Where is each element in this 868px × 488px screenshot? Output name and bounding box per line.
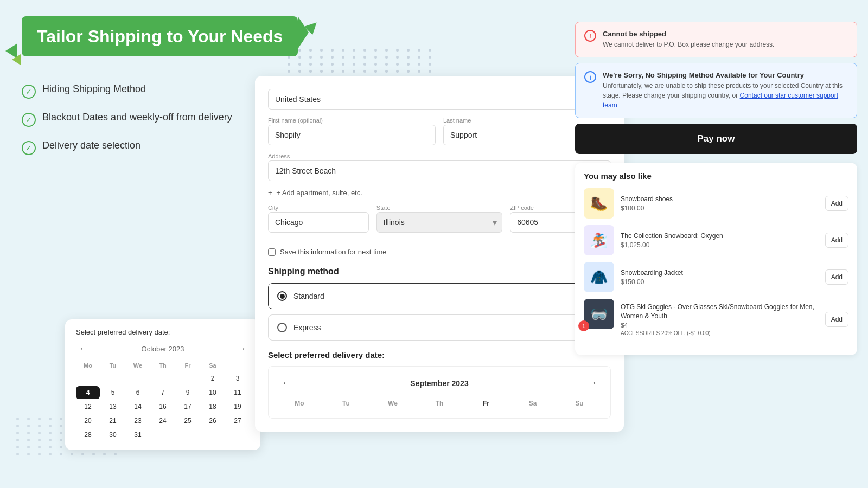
country-input[interactable] (268, 89, 611, 110)
add-jacket-button[interactable]: Add (825, 269, 848, 285)
city-input[interactable] (268, 212, 369, 233)
address-field: Address (268, 153, 611, 181)
state-select-wrapper: Illinois (376, 212, 502, 233)
delivery-cal-th: Th (417, 397, 462, 409)
delivery-cal-mo: Mo (277, 397, 322, 409)
city-label: City (268, 204, 369, 211)
product-row-shoes: 🥾 Snowboard shoes $100.00 Add (584, 188, 848, 219)
first-name-input[interactable] (268, 125, 436, 145)
small-calendar-next[interactable]: → (234, 343, 250, 355)
info-text: Unfortunately, we are unable to ship the… (603, 81, 848, 110)
small-calendar-grid: Mo Tu We Th Fr Sa 2 3 4 5 6 7 9 10 11 12… (76, 360, 250, 441)
small-cal-day-16[interactable]: 16 (151, 400, 175, 413)
product-row-snowboard: 🏂 The Collection Snowboard: Oxygen $1,02… (584, 225, 848, 255)
error-content: Cannot be shipped We cannot deliver to P… (603, 30, 774, 49)
small-cal-header-we: We (126, 360, 150, 371)
small-cal-day-24[interactable]: 24 (151, 414, 175, 427)
small-cal-day-28[interactable]: 28 (76, 428, 100, 441)
info-icon: i (584, 71, 596, 83)
small-calendar-prev[interactable]: ← (76, 343, 91, 355)
first-name-field: First name (optional) (268, 117, 436, 145)
check-icon-delivery: ✓ (22, 141, 36, 155)
small-cal-day-7[interactable]: 7 (151, 386, 175, 399)
small-cal-day-18[interactable]: 18 (201, 400, 225, 413)
add-apartment-link[interactable]: + + Add apartment, suite, etc. (268, 189, 611, 197)
info-content: We're Sorry, No Shipping Method Availabl… (603, 71, 848, 110)
small-cal-day-5[interactable]: 5 (101, 386, 125, 399)
goggles-badge: 1 (578, 320, 589, 331)
small-cal-day (226, 428, 250, 441)
small-cal-day (176, 428, 200, 441)
small-cal-day-10[interactable]: 10 (201, 386, 225, 399)
address-label: Address (268, 153, 611, 159)
delivery-cal-su: Su (557, 397, 602, 409)
radio-express (277, 323, 287, 332)
goggles-thumb-wrapper: 🥽 1 (584, 299, 614, 340)
state-select[interactable]: Illinois (376, 212, 502, 233)
small-cal-day-23[interactable]: 23 (126, 414, 150, 427)
small-cal-header-sa: Sa (201, 360, 225, 371)
add-shoes-button[interactable]: Add (825, 196, 848, 211)
save-info-checkbox[interactable] (268, 248, 276, 256)
small-cal-day-13[interactable]: 13 (101, 400, 125, 413)
product-price-snowboard: $1,025.00 (621, 241, 819, 249)
shipping-option-standard[interactable]: Standard Free (268, 283, 611, 309)
product-price-goggles: $4 (621, 322, 819, 329)
product-thumb-jacket: 🧥 (584, 262, 614, 292)
small-cal-day-11[interactable]: 11 (226, 386, 250, 399)
small-cal-day-25[interactable]: 25 (176, 414, 200, 427)
info-alert: i We're Sorry, No Shipping Method Availa… (575, 63, 857, 118)
product-name-goggles: OTG Ski Goggles - Over Glasses Ski/Snowb… (621, 303, 819, 321)
header-banner: Tailor Shipping to Your Needs (22, 16, 298, 56)
small-cal-day-3[interactable]: 3 (226, 372, 250, 385)
product-price-shoes: $100.00 (621, 204, 819, 212)
small-cal-day-4[interactable]: 4 (76, 386, 100, 399)
small-cal-day (226, 360, 250, 371)
product-row-goggles: 🥽 1 OTG Ski Goggles - Over Glasses Ski/S… (584, 299, 848, 340)
state-label: State (376, 204, 502, 211)
product-row-jacket: 🧥 Snowboarding Jacket $150.00 Add (584, 262, 848, 292)
feature-item-hiding: ✓ Hiding Shipping Method (22, 84, 255, 99)
small-cal-day-27[interactable]: 27 (226, 414, 250, 427)
shipping-option-express[interactable]: Express $44.44 (268, 314, 611, 341)
small-cal-day-6[interactable]: 6 (126, 386, 150, 399)
add-snowboard-button[interactable]: Add (825, 233, 848, 248)
small-cal-day-19[interactable]: 19 (226, 400, 250, 413)
add-goggles-button[interactable]: Add (825, 312, 848, 327)
delivery-cal-prev[interactable]: ← (277, 375, 296, 391)
product-price-jacket: $150.00 (621, 278, 819, 286)
express-method-name: Express (293, 323, 578, 332)
small-cal-day-31[interactable]: 31 (126, 428, 150, 441)
radio-standard (277, 291, 287, 301)
feature-list: ✓ Hiding Shipping Method ✓ Blackout Date… (22, 84, 255, 155)
small-cal-day-26[interactable]: 26 (201, 414, 225, 427)
small-cal-day-2[interactable]: 2 (201, 372, 225, 385)
small-cal-day-20[interactable]: 20 (76, 414, 100, 427)
address-input[interactable] (268, 160, 611, 181)
feature-item-blackout: ✓ Blackout Dates and weekly-off from del… (22, 112, 255, 127)
small-cal-header-tu: Tu (101, 360, 125, 371)
small-cal-day-21[interactable]: 21 (101, 414, 125, 427)
small-cal-day-30[interactable]: 30 (101, 428, 125, 441)
pay-now-button[interactable]: Pay now (575, 124, 857, 154)
small-cal-day (176, 372, 200, 385)
small-cal-day-9[interactable]: 9 (176, 386, 200, 399)
small-cal-day (101, 372, 125, 385)
recommendations-title: You may also like (584, 171, 848, 181)
product-thumb-snowboard: 🏂 (584, 225, 614, 255)
small-cal-day-17[interactable]: 17 (176, 400, 200, 413)
small-cal-day-12[interactable]: 12 (76, 400, 100, 413)
delivery-cal-nav: ← September 2023 → (277, 375, 602, 391)
product-name-jacket: Snowboarding Jacket (621, 268, 819, 278)
product-name-shoes: Snowboard shoes (621, 195, 819, 204)
check-icon-blackout: ✓ (22, 113, 36, 127)
country-field (268, 89, 611, 110)
delivery-cal-next[interactable]: → (583, 375, 602, 391)
small-cal-day (151, 428, 175, 441)
product-info-shoes: Snowboard shoes $100.00 (621, 195, 819, 213)
small-cal-day-14[interactable]: 14 (126, 400, 150, 413)
standard-method-name: Standard (293, 292, 586, 300)
delivery-cal-sa: Sa (510, 397, 555, 409)
shipping-method-title: Shipping method (268, 267, 611, 277)
plus-icon: + (268, 189, 272, 197)
